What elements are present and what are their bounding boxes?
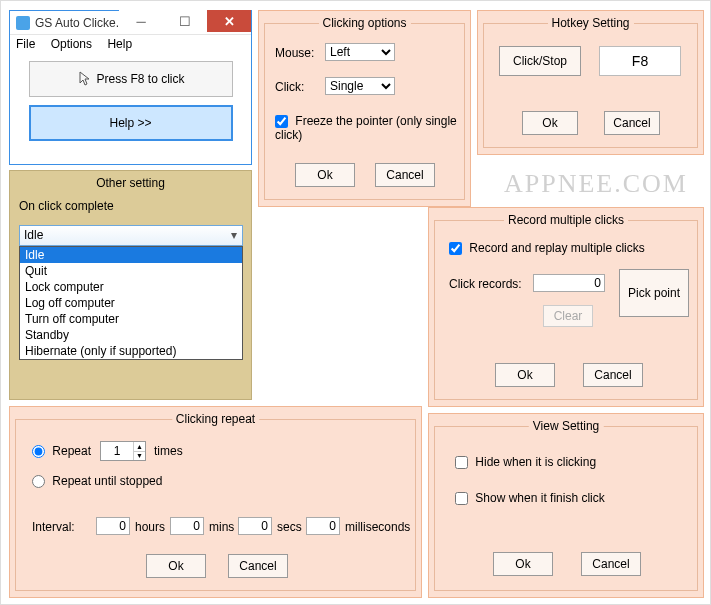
main-window: GS Auto Clicke... ─ ☐ ✕ File Options Hel… [9, 10, 252, 165]
mins-input[interactable] [170, 517, 204, 535]
mins-label: mins [209, 520, 234, 534]
repeat-until-text: Repeat until stopped [52, 474, 162, 488]
show-checkbox[interactable] [455, 492, 468, 505]
other-setting-panel: Other setting On click complete Idle Idl… [9, 170, 252, 400]
on-complete-dropdown: Idle Quit Lock computer Log off computer… [19, 246, 243, 360]
cursor-icon [76, 71, 90, 87]
other-setting-title: Other setting [10, 176, 251, 190]
window-title: GS Auto Clicke... [35, 16, 126, 30]
record-ok-button[interactable]: Ok [495, 363, 555, 387]
freeze-checkbox-label[interactable]: Freeze the pointer (only single click) [275, 114, 464, 142]
record-checkbox-label[interactable]: Record and replay multiple clicks [449, 241, 645, 255]
mouse-label: Mouse: [275, 46, 314, 60]
view-group: View Setting Hide when it is clicking Sh… [434, 426, 698, 591]
repeat-panel: Clicking repeat Repeat ▲ ▼ times Repeat … [9, 406, 422, 598]
hide-checkbox[interactable] [455, 456, 468, 469]
click-select[interactable]: Single [325, 77, 395, 95]
dropdown-item-turnoff[interactable]: Turn off computer [20, 311, 242, 327]
show-text: Show when it finish click [475, 491, 604, 505]
freeze-text: Freeze the pointer (only single click) [275, 114, 457, 142]
repeat-cancel-button[interactable]: Cancel [228, 554, 288, 578]
view-panel: View Setting Hide when it is clicking Sh… [428, 413, 704, 598]
interval-label: Interval: [32, 520, 75, 534]
ms-input[interactable] [306, 517, 340, 535]
app-icon [16, 16, 30, 30]
on-complete-label: On click complete [19, 199, 243, 213]
record-cancel-button[interactable]: Cancel [583, 363, 643, 387]
click-records-label: Click records: [449, 277, 522, 291]
hotkey-display[interactable]: F8 [599, 46, 681, 76]
on-complete-combo[interactable]: Idle [19, 225, 243, 246]
hotkey-title: Hotkey Setting [547, 16, 633, 30]
dropdown-item-lock[interactable]: Lock computer [20, 279, 242, 295]
hide-text: Hide when it is clicking [475, 455, 596, 469]
record-panel: Record multiple clicks Record and replay… [428, 207, 704, 407]
repeat-count-input[interactable] [101, 442, 133, 460]
clicking-options-group: Clicking options Mouse: Left Click: Sing… [264, 23, 465, 200]
repeat-until-label[interactable]: Repeat until stopped [32, 474, 162, 488]
help-label: Help >> [109, 116, 151, 130]
click-records-input[interactable] [533, 274, 605, 292]
view-ok-button[interactable]: Ok [493, 552, 553, 576]
title-bar: GS Auto Clicke... ─ ☐ ✕ [10, 11, 251, 35]
mouse-select[interactable]: Left [325, 43, 395, 61]
press-hotkey-button[interactable]: Press F8 to click [29, 61, 233, 97]
click-label: Click: [275, 80, 304, 94]
menu-file[interactable]: File [16, 37, 35, 51]
press-hotkey-label: Press F8 to click [96, 72, 184, 86]
dropdown-item-idle[interactable]: Idle [20, 247, 242, 263]
clicking-options-panel: Clicking options Mouse: Left Click: Sing… [258, 10, 471, 207]
show-checkbox-label[interactable]: Show when it finish click [455, 491, 605, 505]
hotkey-ok-button[interactable]: Ok [522, 111, 578, 135]
freeze-checkbox[interactable] [275, 115, 288, 128]
menu-options[interactable]: Options [51, 37, 92, 51]
hours-input[interactable] [96, 517, 130, 535]
spinner-down[interactable]: ▼ [134, 451, 145, 461]
repeat-group: Clicking repeat Repeat ▲ ▼ times Repeat … [15, 419, 416, 591]
record-checkbox[interactable] [449, 242, 462, 255]
dropdown-item-hibernate[interactable]: Hibernate (only if supported) [20, 343, 242, 359]
clickstop-button[interactable]: Click/Stop [499, 46, 581, 76]
hours-label: hours [135, 520, 165, 534]
repeat-radio-label[interactable]: Repeat [32, 444, 91, 458]
repeat-title: Clicking repeat [172, 412, 259, 426]
close-button[interactable]: ✕ [207, 10, 251, 32]
menu-help[interactable]: Help [107, 37, 132, 51]
ms-label: milliseconds [345, 520, 410, 534]
clicking-ok-button[interactable]: Ok [295, 163, 355, 187]
pick-point-button[interactable]: Pick point [619, 269, 689, 317]
minimize-button[interactable]: ─ [119, 10, 163, 32]
view-title: View Setting [529, 419, 604, 433]
repeat-radio[interactable] [32, 445, 45, 458]
hotkey-group: Hotkey Setting Click/Stop F8 Ok Cancel [483, 23, 698, 148]
dropdown-item-logoff[interactable]: Log off computer [20, 295, 242, 311]
menu-bar: File Options Help [10, 35, 251, 55]
hotkey-panel: Hotkey Setting Click/Stop F8 Ok Cancel [477, 10, 704, 155]
secs-input[interactable] [238, 517, 272, 535]
record-group: Record multiple clicks Record and replay… [434, 220, 698, 400]
repeat-text: Repeat [52, 444, 91, 458]
dropdown-item-standby[interactable]: Standby [20, 327, 242, 343]
secs-label: secs [277, 520, 302, 534]
record-title: Record multiple clicks [504, 213, 628, 227]
hotkey-cancel-button[interactable]: Cancel [604, 111, 660, 135]
clicking-options-title: Clicking options [318, 16, 410, 30]
help-button[interactable]: Help >> [29, 105, 233, 141]
repeat-until-radio[interactable] [32, 475, 45, 488]
maximize-button[interactable]: ☐ [163, 10, 207, 32]
view-cancel-button[interactable]: Cancel [581, 552, 641, 576]
spinner-up[interactable]: ▲ [134, 442, 145, 451]
times-label: times [154, 444, 183, 458]
dropdown-item-quit[interactable]: Quit [20, 263, 242, 279]
hide-checkbox-label[interactable]: Hide when it is clicking [455, 455, 596, 469]
repeat-ok-button[interactable]: Ok [146, 554, 206, 578]
clicking-cancel-button[interactable]: Cancel [375, 163, 435, 187]
clear-button[interactable]: Clear [543, 305, 593, 327]
record-checkbox-text: Record and replay multiple clicks [469, 241, 644, 255]
watermark: APPNEE.COM [504, 169, 688, 199]
